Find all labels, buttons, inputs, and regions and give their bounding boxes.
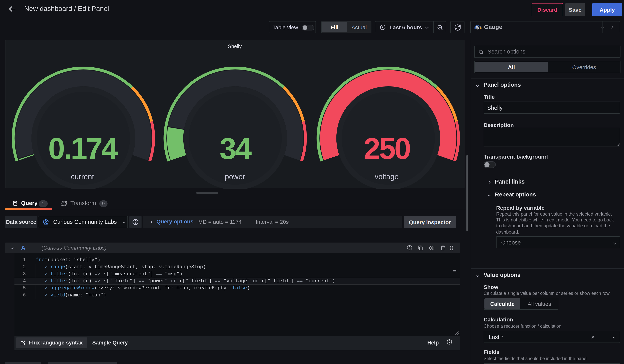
svg-text:79: 79 [476, 27, 478, 29]
